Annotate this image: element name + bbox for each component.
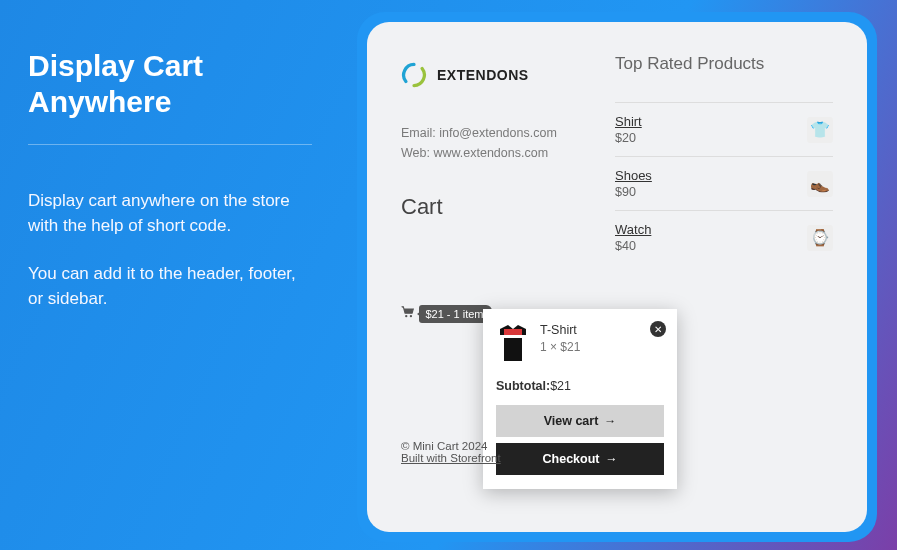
product-link[interactable]: Shoes xyxy=(615,168,652,183)
product-row[interactable]: Watch $40 ⌚ xyxy=(615,211,833,264)
subtotal-value: $21 xyxy=(550,379,571,393)
product-thumb-icon: 👕 xyxy=(807,117,833,143)
minicart-popup: T-Shirt 1 × $21 ✕ Subtotal:$21 View cart… xyxy=(483,309,677,489)
checkout-button[interactable]: Checkout → xyxy=(496,443,664,475)
cart-item-thumb xyxy=(496,323,530,363)
screenshot-card: EXTENDONS Email: info@extendons.com Web:… xyxy=(357,12,877,542)
checkout-label: Checkout xyxy=(543,452,600,466)
brand-name: EXTENDONS xyxy=(437,67,529,83)
view-cart-label: View cart xyxy=(544,414,599,428)
product-row[interactable]: Shirt $20 👕 xyxy=(615,102,833,157)
product-price: $40 xyxy=(615,239,651,253)
close-icon: ✕ xyxy=(654,324,662,335)
footer-copy: © Mini Cart 2024 xyxy=(401,440,501,452)
footer-built-link[interactable]: Built with Storefront xyxy=(401,452,501,464)
svg-rect-2 xyxy=(504,329,522,335)
hero-title: Display Cart Anywhere xyxy=(28,48,312,120)
contact-web: Web: www.extendons.com xyxy=(401,146,581,160)
arrow-right-icon: → xyxy=(605,452,617,466)
extendons-logo-icon xyxy=(401,62,427,88)
storefront-screenshot: EXTENDONS Email: info@extendons.com Web:… xyxy=(367,22,867,532)
hero-blurb-1: Display cart anywhere on the store with … xyxy=(28,189,312,238)
product-link[interactable]: Watch xyxy=(615,222,651,237)
product-price: $20 xyxy=(615,131,642,145)
contact-email: Email: info@extendons.com xyxy=(401,126,581,140)
cart-item-name: T-Shirt xyxy=(540,323,664,337)
hero-blurb-2: You can add it to the header, footer, or… xyxy=(28,262,312,311)
minicart-badge[interactable]: $21 - 1 item xyxy=(419,305,491,323)
subtotal-label: Subtotal: xyxy=(496,379,550,393)
product-thumb-icon: 👞 xyxy=(807,171,833,197)
product-thumb-icon: ⌚ xyxy=(807,225,833,251)
minicart-trigger[interactable]: $21 - 1 item xyxy=(401,304,492,323)
cart-item-qty: 1 × $21 xyxy=(540,340,664,354)
top-rated-heading: Top Rated Products xyxy=(615,54,833,74)
product-price: $90 xyxy=(615,185,652,199)
view-cart-button[interactable]: View cart → xyxy=(496,405,664,437)
product-row[interactable]: Shoes $90 👞 xyxy=(615,157,833,211)
product-link[interactable]: Shirt xyxy=(615,114,642,129)
arrow-right-icon: → xyxy=(604,414,616,428)
cart-heading: Cart xyxy=(401,194,581,220)
svg-rect-3 xyxy=(504,335,522,338)
svg-point-0 xyxy=(405,315,407,317)
divider xyxy=(28,144,312,145)
remove-item-button[interactable]: ✕ xyxy=(650,321,666,337)
